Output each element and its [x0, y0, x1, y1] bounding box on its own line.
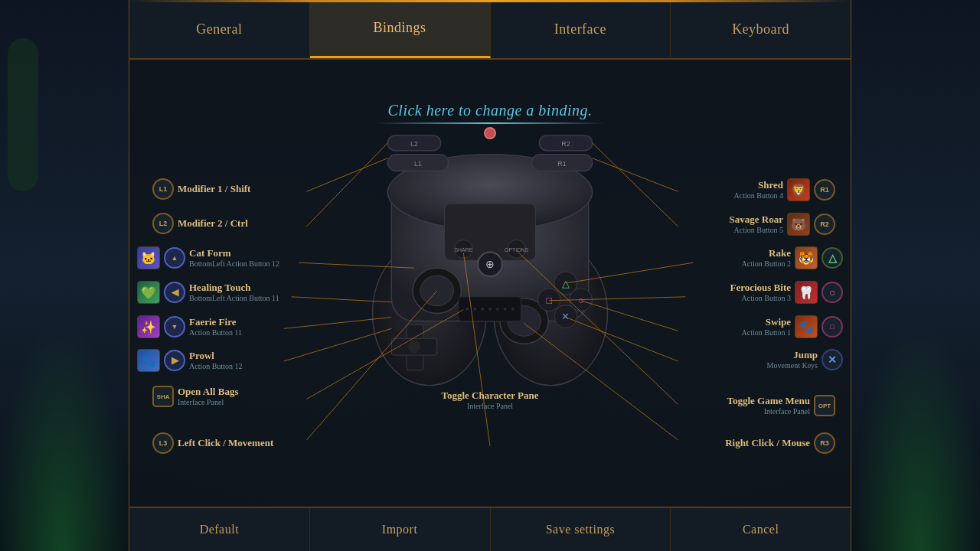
text-l3: Left Click / Movement [178, 437, 273, 449]
badge-dpad-down: ▼ [164, 316, 185, 337]
label-l3: L3 Left Click / Movement [152, 432, 273, 454]
label-bags: SHA Open All Bags Interface Panel [152, 386, 238, 407]
svg-point-38 [488, 308, 492, 311]
badge-dpad-up: ▲ [164, 247, 185, 269]
label-prowl: 🐾 ▶ Prowl Action Button 12 [137, 349, 242, 372]
icon-rake: 🐯 [795, 246, 818, 269]
svg-line-54 [581, 301, 678, 331]
right-foliage [851, 321, 980, 551]
svg-line-58 [463, 253, 490, 445]
label-toggle-character-pane: Toggle Character Pane Interface Panel [441, 390, 538, 411]
label-jump: ✕ Jump Movement Keys [767, 349, 843, 370]
text-shred: Shred Action Button 4 [734, 179, 783, 201]
badge-r1: R1 [814, 179, 835, 201]
svg-point-17 [408, 341, 420, 353]
svg-point-20 [537, 289, 560, 311]
svg-line-44 [299, 262, 414, 268]
svg-line-50 [593, 158, 678, 192]
binding-bar [375, 122, 605, 124]
svg-point-40 [504, 308, 507, 311]
svg-line-49 [306, 291, 436, 440]
tab-bar: General Bindings Interface Keyboard [129, 0, 851, 60]
svg-text:SHARE: SHARE [454, 247, 472, 253]
svg-point-24 [554, 305, 577, 328]
svg-rect-2 [391, 177, 588, 321]
label-rake: △ 🐯 Rake Action Button 2 [742, 246, 843, 269]
badge-share: SHA [152, 386, 174, 407]
text-faerie-fire: Faerie Fire Action Button 11 [189, 316, 242, 337]
icon-prowl: 🐾 [137, 349, 160, 372]
bottom-bar: Default Import Save settings Cancel [129, 507, 851, 551]
cancel-button[interactable]: Cancel [671, 508, 851, 551]
badge-l3: L3 [152, 432, 174, 454]
tab-interface[interactable]: Interface [491, 0, 671, 58]
tab-general[interactable]: General [129, 0, 310, 58]
binding-dot [484, 127, 496, 139]
binding-banner[interactable]: Click here to change a binding. [375, 102, 605, 139]
svg-line-42 [306, 158, 387, 192]
svg-point-12 [420, 276, 454, 306]
import-button[interactable]: Import [310, 508, 491, 551]
label-faerie-fire: ✨ ▼ Faerie Fire Action Button 11 [137, 315, 242, 338]
text-savage-roar: Savage Roar Action Button 5 [730, 214, 783, 235]
svg-rect-26 [387, 155, 448, 171]
right-panel [851, 0, 980, 551]
text-swipe: Swipe Action Button 1 [742, 316, 791, 337]
svg-line-43 [306, 143, 387, 227]
label-savage-roar: R2 🐻 Savage Roar Action Button 5 [730, 213, 835, 236]
svg-point-1 [494, 242, 607, 386]
svg-line-53 [549, 297, 685, 301]
content-area: Click here to change a binding. [129, 60, 851, 507]
badge-triangle: △ [822, 247, 843, 269]
svg-text:R1: R1 [557, 160, 566, 168]
svg-point-7 [508, 240, 526, 259]
badge-dpad-left: ◀ [164, 282, 185, 303]
svg-line-57 [524, 323, 678, 439]
svg-line-52 [566, 262, 693, 283]
svg-rect-4 [445, 204, 536, 260]
text-toggle-game-menu: Toggle Game Menu Interface Panel [727, 395, 810, 416]
svg-line-47 [284, 328, 392, 361]
svg-point-39 [496, 308, 499, 311]
svg-rect-15 [407, 324, 423, 370]
text-healing-touch: Healing Touch BottomLeft Action Button 1… [189, 282, 279, 303]
icon-swipe: 🐾 [795, 315, 818, 338]
text-l1: Modifier 1 / Shift [178, 183, 250, 195]
svg-point-9 [478, 252, 502, 276]
svg-text:R2: R2 [561, 140, 570, 148]
svg-point-11 [413, 268, 461, 313]
text-cat-form: Cat Form BottomLeft Action Button 12 [189, 247, 279, 269]
icon-ferocious-bite: 🦷 [795, 281, 818, 304]
svg-point-3 [387, 155, 592, 230]
label-swipe: □ 🐾 Swipe Action Button 1 [742, 315, 843, 338]
tab-bindings[interactable]: Bindings [310, 0, 491, 58]
text-ferocious-bite: Ferocious Bite Action Button 3 [730, 282, 791, 303]
svg-line-55 [566, 318, 678, 361]
badge-l2: L2 [152, 213, 174, 234]
icon-faerie-fire: ✨ [137, 315, 160, 338]
badge-cross: ✕ [822, 349, 843, 370]
badge-r3: R3 [814, 432, 835, 454]
svg-text:✕: ✕ [561, 311, 570, 323]
left-foliage [0, 321, 129, 551]
icon-healing-touch: 💚 [137, 281, 160, 304]
text-rake: Rake Action Button 2 [742, 247, 791, 269]
svg-text:L1: L1 [414, 160, 422, 168]
badge-square: □ [822, 316, 843, 337]
label-ferocious-bite: ○ 🦷 Ferocious Bite Action Button 3 [730, 281, 843, 304]
svg-point-41 [511, 308, 514, 311]
save-settings-button[interactable]: Save settings [491, 508, 671, 551]
icon-shred: 🦁 [787, 178, 810, 201]
label-l2: L2 Modifier 2 / Ctrl [152, 213, 248, 234]
svg-text:○: ○ [578, 295, 584, 306]
left-tree [8, 38, 38, 191]
svg-point-0 [373, 242, 486, 386]
badge-circle: ○ [822, 282, 843, 303]
tab-keyboard[interactable]: Keyboard [671, 0, 851, 58]
svg-rect-34 [458, 297, 521, 321]
svg-point-18 [554, 272, 577, 295]
default-button[interactable]: Default [129, 508, 310, 551]
svg-line-45 [292, 297, 392, 302]
svg-point-13 [500, 298, 548, 344]
svg-text:□: □ [546, 295, 552, 306]
